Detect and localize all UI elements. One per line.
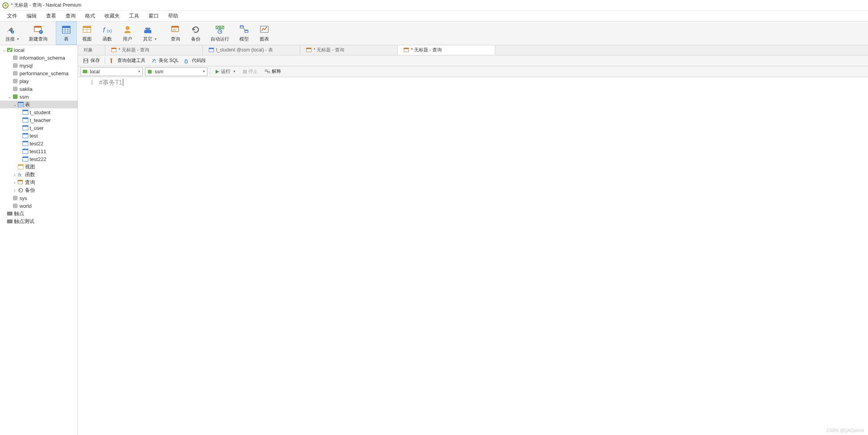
tree-functions-folder[interactable]: ›fx函数 [0,171,78,179]
explain-button[interactable]: 解释 [262,67,283,76]
table-icon [22,132,29,139]
expand-icon[interactable]: ⌄ [2,48,6,52]
tab-table-t-student[interactable]: t_student @ssm (local) - 表 [203,45,300,55]
tab-query-2[interactable]: * 无标题 - 查询 [300,45,398,55]
tab-query-1[interactable]: * 无标题 - 查询 [105,45,203,55]
sql-editor[interactable]: 1 #事务T1 [78,77,868,435]
dropdown-arrow-icon: ▼ [138,70,141,73]
menu-format[interactable]: 格式 [80,12,100,20]
expand-icon[interactable]: › [12,188,17,193]
tree-table-t-teacher[interactable]: t_teacher [0,116,78,124]
svg-rect-95 [265,70,267,71]
beautify-icon [151,58,157,64]
tree-db-information-schema[interactable]: information_schema [0,54,78,62]
tab-objects[interactable]: 对象 [78,45,105,55]
watermark: CSDN @QAQalone [826,428,864,433]
svg-rect-63 [23,149,28,150]
tree-table-t-student[interactable]: t_student [0,108,78,116]
toolbar-query[interactable]: 查询 [165,21,186,45]
menu-window[interactable]: 窗口 [144,12,163,20]
tree-table-test222[interactable]: test222 [0,155,78,163]
toolbar-table[interactable]: 表 [56,21,77,45]
query-folder-icon [17,179,24,186]
connection-selector[interactable]: local ▼ [80,67,143,76]
svg-rect-21 [144,30,151,33]
tree-table-test111[interactable]: test111 [0,147,78,155]
tree-table-test[interactable]: test [0,132,78,140]
tree-table-t-user[interactable]: t_user [0,124,78,132]
stop-icon [243,70,247,74]
tree-views-folder[interactable]: 视图 [0,163,78,171]
query-builder-button[interactable]: 查询创建工具 [107,57,148,65]
menu-query[interactable]: 查询 [61,12,80,20]
tab-empty [495,45,868,55]
tree-db-sakila[interactable]: sakila [0,85,78,93]
toolbar-function[interactable]: f(x) 函数 [97,21,117,45]
menu-favorites[interactable]: 收藏夹 [100,12,124,20]
svg-text:(): () [184,58,188,64]
save-button[interactable]: 保存 [80,57,102,65]
expand-icon[interactable]: › [12,173,17,177]
svg-rect-35 [240,26,243,27]
toolbar-user[interactable]: 用户 [117,21,138,45]
svg-point-20 [126,26,129,30]
svg-rect-85 [84,61,87,63]
tree-connection-touch2[interactable]: 触点测试 [0,218,78,225]
beautify-sql-button[interactable]: 美化 SQL [149,57,181,65]
connection-icon [6,46,13,53]
connection-tree[interactable]: ⌄ local information_schema mysql perform… [0,45,78,435]
toolbar-view[interactable]: 视图 [77,21,97,45]
tree-table-test22[interactable]: test22 [0,140,78,147]
svg-rect-37 [245,30,248,31]
tree-tables-folder[interactable]: ⌄表 [0,101,78,108]
tree-db-performance-schema[interactable]: performance_schema [0,69,78,77]
chart-icon [259,24,270,35]
svg-line-33 [220,32,221,32]
tree-db-ssm[interactable]: ⌄ssm [0,93,78,101]
tab-query-3-active[interactable]: * 无标题 - 查询 [398,45,495,55]
tree-backups-folder[interactable]: ›备份 [0,186,78,194]
toolbar-connect[interactable]: + 连接 ▼ [0,21,24,45]
toolbox-icon [142,24,153,35]
toolbar-backup[interactable]: 备份 [186,21,206,45]
svg-rect-74 [7,212,12,216]
menu-help[interactable]: 帮助 [163,12,183,20]
menu-file[interactable]: 文件 [2,12,22,20]
table-icon [22,124,29,131]
toolbar-chart[interactable]: 图表 [254,21,275,45]
menu-edit[interactable]: 编辑 [22,12,41,20]
tree-connection-local[interactable]: ⌄ local [0,46,78,54]
run-button[interactable]: 运行▼ [213,67,238,76]
expand-icon[interactable]: ⌄ [7,95,12,99]
toolbar-autorun[interactable]: 自动运行 [206,21,234,45]
tree-connection-touch1[interactable]: 触点 [0,210,78,218]
editor-code-area[interactable]: #事务T1 [97,77,868,435]
tree-queries-folder[interactable]: ›查询 [0,179,78,186]
play-icon [215,69,220,74]
tree-db-sys[interactable]: sys [0,194,78,202]
svg-point-24 [149,28,151,29]
svg-text:f: f [103,26,106,34]
expand-icon[interactable]: ⌄ [12,103,17,107]
menu-view[interactable]: 查看 [41,12,61,20]
svg-point-23 [145,28,147,29]
dropdown-arrow-icon: ▼ [16,37,19,41]
toolbar-new-query[interactable]: + 新建查询 [24,21,52,45]
svg-point-1 [4,4,7,7]
menu-tools[interactable]: 工具 [124,12,144,20]
toolbar-other[interactable]: 其它 ▼ [138,21,162,45]
code-snippet-button[interactable]: ()代码段 [182,57,208,65]
main-toolbar: + 连接 ▼ + 新建查询 表 视图 f [0,21,868,45]
table-icon [22,148,29,155]
expand-icon[interactable]: › [12,180,17,185]
backup-icon [190,24,201,35]
svg-rect-65 [23,157,28,158]
text-cursor [123,79,123,86]
toolbar-model[interactable]: 模型 [234,21,254,45]
database-icon [12,195,19,202]
tree-db-play[interactable]: play [0,77,78,85]
menubar: 文件 编辑 查看 查询 格式 收藏夹 工具 窗口 帮助 [0,11,868,21]
tree-db-world[interactable]: world [0,202,78,210]
tree-db-mysql[interactable]: mysql [0,62,78,69]
database-selector[interactable]: ssm ▼ [145,67,207,76]
